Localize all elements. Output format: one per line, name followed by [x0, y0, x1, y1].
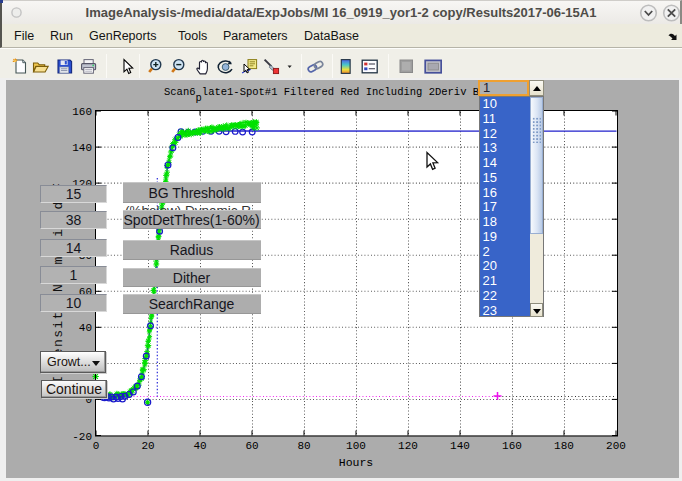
svg-text:140: 140: [72, 142, 92, 154]
svg-text:60: 60: [245, 440, 258, 452]
svg-text:20: 20: [141, 440, 154, 452]
svg-text:100: 100: [346, 440, 366, 452]
svg-text:120: 120: [398, 440, 418, 452]
svg-text:40: 40: [79, 322, 92, 334]
svg-text:40: 40: [193, 440, 206, 452]
svg-text:200: 200: [606, 440, 626, 452]
svg-text:-20: -20: [72, 431, 92, 443]
svg-text:160: 160: [72, 106, 92, 118]
svg-text:180: 180: [554, 440, 574, 452]
svg-text:Hours: Hours: [339, 456, 374, 469]
svg-text:0: 0: [93, 440, 100, 452]
svg-text:80: 80: [297, 440, 310, 452]
svg-text:160: 160: [502, 440, 522, 452]
svg-text:140: 140: [450, 440, 470, 452]
